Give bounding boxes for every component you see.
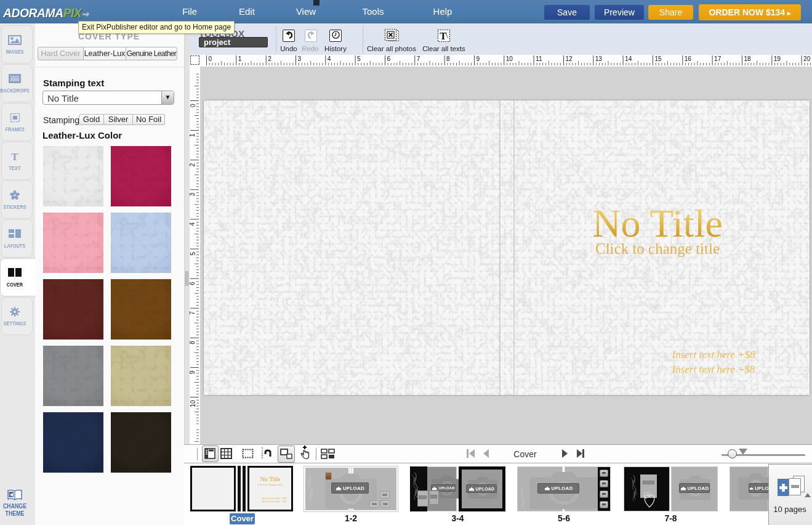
svg-text:19: 19	[774, 55, 781, 62]
svg-text:3: 3	[190, 192, 196, 196]
svg-text:18: 18	[744, 55, 751, 62]
svg-text:12: 12	[566, 55, 573, 62]
svg-text:4: 4	[328, 55, 331, 62]
svg-text:10: 10	[506, 55, 513, 62]
svg-text:6: 6	[190, 282, 196, 285]
svg-text:3: 3	[298, 55, 302, 62]
svg-text:2: 2	[190, 163, 196, 166]
svg-text:8: 8	[190, 341, 196, 344]
svg-text:7: 7	[417, 55, 420, 62]
svg-text:10: 10	[190, 400, 196, 407]
svg-text:15: 15	[654, 55, 662, 62]
svg-text:8: 8	[446, 55, 450, 62]
svg-text:T: T	[11, 152, 18, 161]
svg-text:11: 11	[536, 55, 542, 62]
svg-text:1: 1	[190, 133, 196, 137]
svg-text:9: 9	[190, 370, 196, 374]
svg-text:7: 7	[190, 311, 196, 315]
svg-text:17: 17	[714, 55, 722, 62]
svg-text:0: 0	[209, 55, 212, 62]
svg-text:5: 5	[190, 252, 196, 256]
svg-text:6: 6	[387, 55, 391, 62]
svg-text:20: 20	[803, 55, 811, 62]
svg-text:0: 0	[190, 104, 196, 107]
svg-text:T: T	[440, 30, 447, 42]
svg-text:1: 1	[238, 55, 242, 62]
svg-text:2: 2	[268, 55, 271, 62]
svg-text:5: 5	[357, 55, 361, 62]
svg-text:16: 16	[685, 55, 692, 62]
svg-text:4: 4	[190, 222, 196, 226]
svg-text:9: 9	[476, 55, 480, 62]
svg-text:13: 13	[595, 55, 603, 62]
svg-text:14: 14	[625, 55, 632, 62]
